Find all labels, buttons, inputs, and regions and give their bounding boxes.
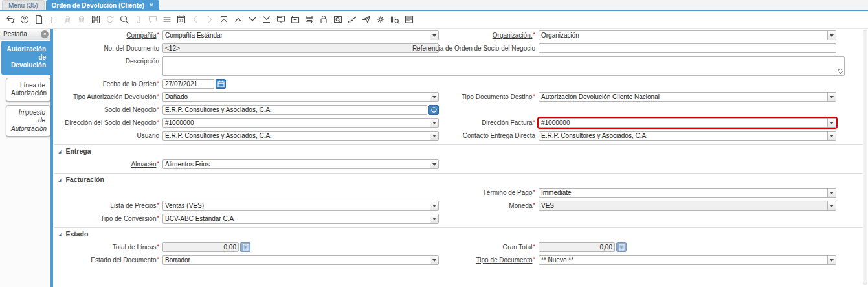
field-tipo-autorizacion-devolucion[interactable]: Dañado bbox=[162, 92, 439, 102]
chevron-down-icon[interactable] bbox=[430, 93, 438, 101]
field-label-moneda[interactable]: Moneda* bbox=[509, 201, 535, 211]
collapse-panel-button[interactable]: « bbox=[41, 30, 49, 38]
toolbar-refresh-button[interactable] bbox=[105, 14, 115, 25]
field-label-tipo-de-conversion[interactable]: Tipo de Conversión* bbox=[100, 214, 159, 224]
field-label-organizacion[interactable]: Organización.* bbox=[493, 30, 535, 41]
sidebar-tab-impuesto-de-autorizacion[interactable]: Impuesto de Autorización bbox=[6, 105, 50, 137]
toolbar-print-button[interactable] bbox=[304, 14, 315, 25]
group-header-estado[interactable]: ◢Estado bbox=[54, 227, 865, 242]
field-lista-de-precios[interactable]: Ventas (VES) bbox=[162, 201, 439, 211]
group-header-facturacion[interactable]: ◢Facturación bbox=[54, 173, 865, 188]
field-usuario[interactable]: E.R.P. Consultores y Asociados, C.A. bbox=[162, 131, 439, 141]
toolbar-product-info-button[interactable] bbox=[390, 14, 400, 25]
field-tipo-documento-destino[interactable]: Autorización Devolución Cliente Nacional bbox=[539, 92, 836, 102]
chevron-down-icon[interactable] bbox=[430, 31, 438, 40]
field-label-almacen[interactable]: Almacén* bbox=[131, 159, 159, 170]
toolbar-chat-button[interactable] bbox=[148, 14, 158, 25]
sidebar-tab-autorizacion-de-devolucion[interactable]: Autorización de Devolución bbox=[1, 41, 50, 75]
required-marker: * bbox=[157, 78, 159, 88]
field-label-compania[interactable]: Compañía* bbox=[126, 30, 159, 41]
toolbar-grid-toggle-button[interactable] bbox=[162, 14, 172, 25]
label-cell bbox=[53, 188, 159, 198]
resize-handle[interactable] bbox=[838, 69, 843, 74]
field-gran-total[interactable]: 0,00 bbox=[539, 242, 615, 252]
delete-selection-icon bbox=[76, 14, 87, 25]
calculator-button[interactable] bbox=[240, 242, 250, 252]
field-almacen[interactable]: Alimentos Frios bbox=[162, 159, 439, 169]
chevron-down-icon[interactable] bbox=[430, 256, 438, 264]
vertical-scrollbar[interactable] bbox=[863, 30, 867, 285]
toolbar-down-record-button[interactable] bbox=[247, 14, 258, 25]
field-label-direccion-del-socio-del-negocio[interactable]: Dirección del Socio del Negocio* bbox=[65, 118, 159, 128]
field-total-de-lineas[interactable]: 0,00 bbox=[162, 242, 239, 252]
toolbar-attachment-button[interactable] bbox=[133, 14, 144, 25]
chevron-down-icon[interactable] bbox=[430, 119, 438, 127]
field-label-tipo-documento-destino[interactable]: Tipo Documento Destino* bbox=[462, 92, 535, 102]
field-label-usuario[interactable]: Usuario bbox=[137, 131, 159, 141]
field-contacto-entrega-directa[interactable]: E.R.P. Consultores y Asociados, C.A. bbox=[539, 131, 836, 141]
field-label-tipo-de-documento[interactable]: Tipo de Documento* bbox=[476, 255, 535, 266]
chevron-down-icon[interactable] bbox=[430, 160, 438, 168]
sidebar-tab-linea-de-autorizacion[interactable]: Línea de Autorización bbox=[6, 78, 50, 102]
chevron-down-icon[interactable] bbox=[827, 201, 836, 210]
chevron-down-icon[interactable] bbox=[827, 31, 836, 40]
toolbar-preferences-button[interactable] bbox=[375, 14, 386, 25]
chevron-down-icon[interactable] bbox=[827, 256, 836, 264]
business-partner-info-button[interactable] bbox=[428, 105, 439, 115]
field-organizacion[interactable]: Organización bbox=[539, 30, 836, 40]
toolbar-up-record-button[interactable] bbox=[233, 14, 243, 25]
calendar-picker-button[interactable] bbox=[216, 79, 226, 89]
field-label-termino-de-pago[interactable]: Término de Pago* bbox=[483, 188, 535, 198]
field-estado-del-documento[interactable]: Borrador bbox=[162, 255, 439, 265]
toolbar-report-button[interactable] bbox=[333, 14, 343, 25]
toolbar-last-record-button[interactable] bbox=[262, 14, 272, 25]
chevron-down-icon[interactable] bbox=[430, 132, 438, 140]
chevron-down-icon[interactable] bbox=[827, 119, 836, 127]
group-header-entrega[interactable]: ◢Entrega bbox=[54, 144, 865, 159]
toolbar-calendar-button[interactable]: 31 bbox=[176, 14, 186, 25]
field-tipo-de-documento[interactable]: ** Nuevo ** bbox=[539, 255, 836, 265]
field-compania[interactable]: Compañía Estándar bbox=[162, 30, 439, 40]
window-tab-menu-35[interactable]: Menú (35) bbox=[2, 0, 45, 10]
toolbar-detail-record-button[interactable] bbox=[276, 14, 286, 25]
chevron-down-icon[interactable] bbox=[827, 189, 836, 197]
window-tab-orden-de-devolucion-cliente[interactable]: Orden de Devolución (Cliente)✕ bbox=[46, 0, 160, 10]
field-tipo-de-conversion[interactable]: BCV-ABC Estándar C.A bbox=[162, 214, 439, 224]
field-label-contacto-entrega-directa[interactable]: Contacto Entrega Directa bbox=[463, 131, 535, 141]
field-label-lista-de-precios[interactable]: Lista de Precios* bbox=[110, 201, 159, 211]
toolbar-log-button[interactable] bbox=[404, 14, 414, 25]
chevron-down-icon[interactable] bbox=[827, 132, 836, 140]
field-label-direccion-factura[interactable]: Dirección Factura* bbox=[482, 118, 535, 128]
toolbar-save-button[interactable] bbox=[91, 14, 101, 25]
chevron-down-icon[interactable] bbox=[827, 93, 836, 101]
field-direccion-del-socio-del-negocio[interactable]: #1000000 bbox=[162, 118, 439, 128]
chevron-down-icon[interactable] bbox=[430, 201, 438, 210]
toolbar-undo-button[interactable] bbox=[5, 14, 16, 25]
toolbar-archive-button[interactable] bbox=[290, 14, 300, 25]
field-referencia-de-orden-de-socio-del-negocio[interactable] bbox=[539, 43, 836, 53]
field-label-socio-del-negocio[interactable]: Socio del Negocio* bbox=[104, 105, 159, 115]
toolbar-lock-button[interactable] bbox=[318, 14, 329, 25]
toolbar-first-record-button[interactable] bbox=[219, 14, 229, 25]
toolbar-delete-selection-button[interactable] bbox=[76, 14, 87, 25]
calculator-button[interactable] bbox=[616, 242, 627, 252]
toolbar-delete-record-button[interactable] bbox=[62, 14, 72, 25]
field-label-tipo-autorizacion-devolucion[interactable]: Tipo Autorización Devolución* bbox=[73, 92, 159, 102]
toolbar-workflow-button[interactable] bbox=[347, 14, 357, 25]
toolbar-find-button[interactable] bbox=[119, 14, 129, 25]
toolbar-copy-record-button[interactable] bbox=[48, 14, 58, 25]
field-direccion-factura[interactable]: #1000000 bbox=[539, 118, 836, 128]
field-termino-de-pago[interactable]: Immediate bbox=[539, 188, 836, 198]
field-moneda[interactable]: VES bbox=[539, 201, 836, 211]
close-tab-icon[interactable]: ✕ bbox=[149, 3, 154, 8]
field-socio-del-negocio[interactable]: E.R.P. Consultores y Asociados, C.A. bbox=[162, 105, 427, 115]
toolbar-next-record-button[interactable] bbox=[205, 14, 215, 25]
field-fecha-de-la-orden[interactable]: 27/07/2021 bbox=[162, 79, 214, 89]
toolbar-send-mail-button[interactable] bbox=[361, 14, 372, 25]
toolbar-previous-record-button[interactable] bbox=[190, 14, 201, 25]
field-descripcion[interactable] bbox=[162, 56, 845, 76]
toolbar-help-button[interactable] bbox=[19, 14, 30, 25]
field-no-del-documento[interactable]: <12> bbox=[162, 43, 439, 53]
chevron-down-icon[interactable] bbox=[430, 214, 438, 223]
toolbar-new-record-button[interactable] bbox=[34, 14, 44, 25]
